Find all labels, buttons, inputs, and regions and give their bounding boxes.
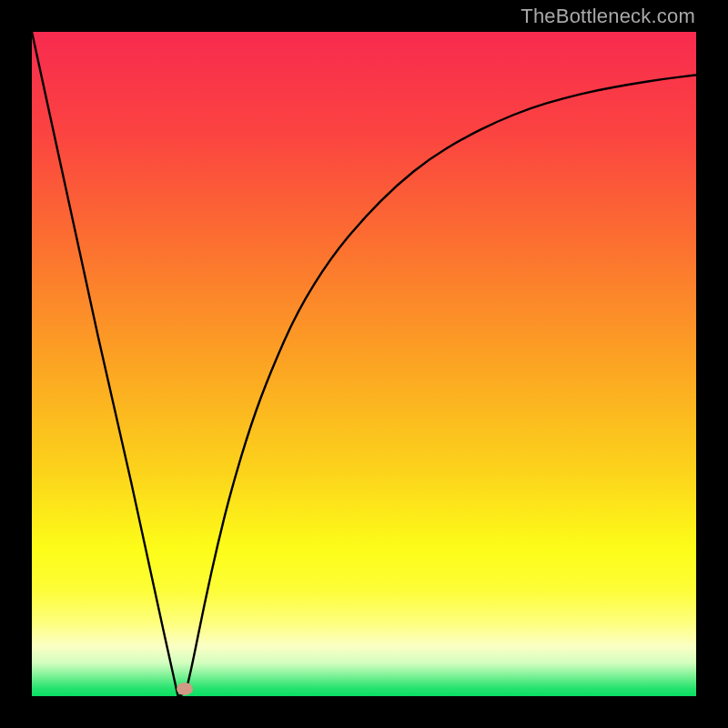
optimum-marker xyxy=(177,682,193,695)
bottleneck-curve xyxy=(32,32,696,696)
curve-path xyxy=(32,32,696,696)
plot-area xyxy=(32,32,696,696)
chart-frame: TheBottleneck.com xyxy=(0,0,728,728)
watermark-text: TheBottleneck.com xyxy=(521,5,695,28)
